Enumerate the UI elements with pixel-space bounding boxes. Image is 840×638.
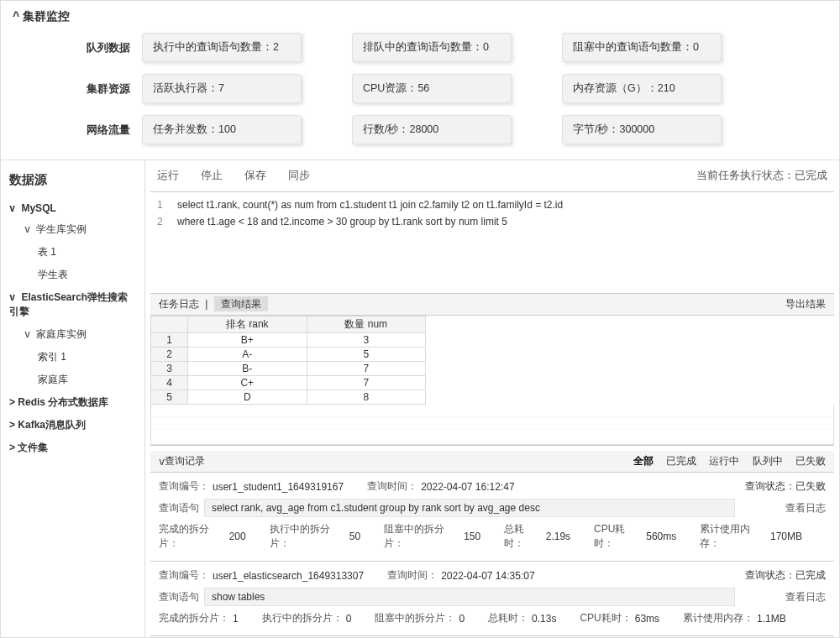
tree-node[interactable]: 表 1 (9, 241, 136, 264)
cluster-row-resources: 集群资源 活跃执行器：7 CPU资源：56 内存资源（G）：210 (13, 74, 827, 103)
th-rank: 排名 rank (188, 316, 307, 333)
history-header[interactable]: 查询记录 全部 已完成 运行中 队列中 已失败 (150, 451, 834, 473)
metric-active-executors: 活跃执行器：7 (142, 74, 302, 103)
sql-line: select t1.rank, count(*) as num from c1.… (177, 199, 827, 211)
history-time: 2022-04-07 14:35:07 (441, 570, 534, 582)
view-log-button[interactable]: 查看日志 (785, 590, 826, 604)
table-row[interactable]: 5D8 (151, 390, 426, 405)
filter-running[interactable]: 运行中 (709, 455, 739, 467)
main-panel: 运行 停止 保存 同步 当前任务执行状态：已完成 1select t1.rank… (145, 160, 839, 638)
history-time: 2022-04-07 16:12:47 (421, 481, 514, 493)
grid-empty-rows (150, 405, 834, 445)
table-row[interactable]: 1B+3 (151, 333, 426, 348)
editor-toolbar: 运行 停止 保存 同步 当前任务执行状态：已完成 (150, 160, 834, 192)
metric-task-concurrency: 任务并发数：100 (142, 115, 302, 144)
tree-node[interactable]: 家庭库 (9, 369, 136, 391)
metric-bytes-per-sec: 字节/秒：300000 (562, 115, 722, 144)
result-tab-bar: 任务日志 | 查询结果 导出结果 (150, 293, 834, 316)
tree-node[interactable]: MySQL (9, 198, 136, 218)
history-filters: 全部 已完成 运行中 队列中 已失败 (623, 454, 826, 468)
tree-node[interactable]: ElasticSearch弹性搜索引擎 (9, 286, 136, 323)
history-caret-icon (159, 456, 165, 468)
history-item: 查询编号：user1_student1_1649319167查询时间：2022-… (150, 473, 834, 562)
filter-failed[interactable]: 已失败 (795, 455, 826, 467)
tree-node[interactable]: Redis 分布式数据库 (9, 391, 136, 414)
tab-query-result[interactable]: 查询结果 (214, 296, 268, 311)
tree-node[interactable]: Kafka消息队列 (9, 414, 136, 437)
line-number: 1 (157, 199, 177, 211)
cluster-row-queue: 队列数据 执行中的查询语句数量：2 排队中的查询语句数量：0 阻塞中的查询语句数… (13, 33, 827, 62)
filter-queued[interactable]: 队列中 (753, 455, 783, 467)
tab-task-log[interactable]: 任务日志 (159, 298, 199, 310)
metric-rows-per-sec: 行数/秒：28000 (352, 115, 512, 144)
metric-cpu: CPU资源：56 (352, 74, 512, 103)
metric-pending-query: 排队中的查询语句数量：0 (352, 33, 512, 62)
metric-exec-query: 执行中的查询语句数量：2 (142, 33, 302, 62)
history-sql: show tables (204, 588, 735, 606)
resources-row-label: 集群资源 (55, 81, 130, 97)
filter-all[interactable]: 全部 (633, 455, 654, 467)
tree-node[interactable]: 学生库实例 (9, 218, 136, 241)
tree-node[interactable]: 文件集 (9, 437, 136, 459)
history-id: user1_elasticsearch_1649313307 (213, 570, 364, 582)
view-log-button[interactable]: 查看日志 (785, 501, 826, 515)
history-status: 查询状态：已失败 (745, 479, 826, 494)
line-number: 2 (157, 216, 177, 227)
table-row[interactable]: 4C+7 (151, 376, 426, 390)
history-sql: select rank, avg_age from c1.student gro… (204, 499, 735, 517)
metric-memory: 内存资源（G）：210 (562, 74, 722, 103)
table-row[interactable]: 3B-7 (151, 362, 426, 376)
datasource-sidebar: 数据源 MySQL学生库实例表 1学生表ElasticSearch弹性搜索引擎家… (1, 160, 145, 638)
task-status: 当前任务执行状态：已完成 (696, 169, 827, 183)
stop-button[interactable]: 停止 (201, 169, 223, 183)
history-id: user1_student1_1649319167 (213, 481, 344, 493)
history-item: 查询编号：user1_elasticsearch_1649313307查询时间：… (150, 562, 834, 636)
tree-node[interactable]: 家庭库实例 (9, 323, 136, 346)
queue-row-label: 队列数据 (55, 40, 130, 55)
tree-node[interactable]: 索引 1 (9, 346, 136, 369)
th-rownum (151, 316, 188, 333)
th-num: 数量 num (307, 316, 426, 333)
sync-button[interactable]: 同步 (288, 169, 310, 183)
result-grid: 排名 rank 数量 num 1B+32A-53B-74C+75D8 (150, 316, 834, 446)
sql-line: where t1.age < 18 and t2.income > 30 gro… (177, 216, 827, 227)
sidebar-title: 数据源 (9, 172, 136, 188)
sql-editor[interactable]: 1select t1.rank, count(*) as num from c1… (150, 192, 834, 293)
run-button[interactable]: 运行 (157, 169, 179, 183)
table-row[interactable]: 2A-5 (151, 348, 426, 362)
save-button[interactable]: 保存 (244, 169, 266, 183)
tree-node[interactable]: 学生表 (9, 264, 136, 286)
metric-blocked-query: 阻塞中的查询语句数量：0 (562, 33, 722, 62)
cluster-monitor-panel: 集群监控 队列数据 执行中的查询语句数量：2 排队中的查询语句数量：0 阻塞中的… (1, 1, 839, 160)
export-result-button[interactable]: 导出结果 (785, 297, 826, 311)
network-row-label: 网络流量 (55, 123, 130, 138)
history-title: 查询记录 (165, 454, 205, 468)
history-status: 查询状态：已完成 (745, 568, 826, 583)
filter-done[interactable]: 已完成 (666, 455, 696, 467)
cluster-title[interactable]: 集群监控 (13, 9, 827, 24)
cluster-row-network: 网络流量 任务并发数：100 行数/秒：28000 字节/秒：300000 (13, 115, 827, 144)
datasource-tree: MySQL学生库实例表 1学生表ElasticSearch弹性搜索引擎家庭库实例… (9, 198, 136, 459)
